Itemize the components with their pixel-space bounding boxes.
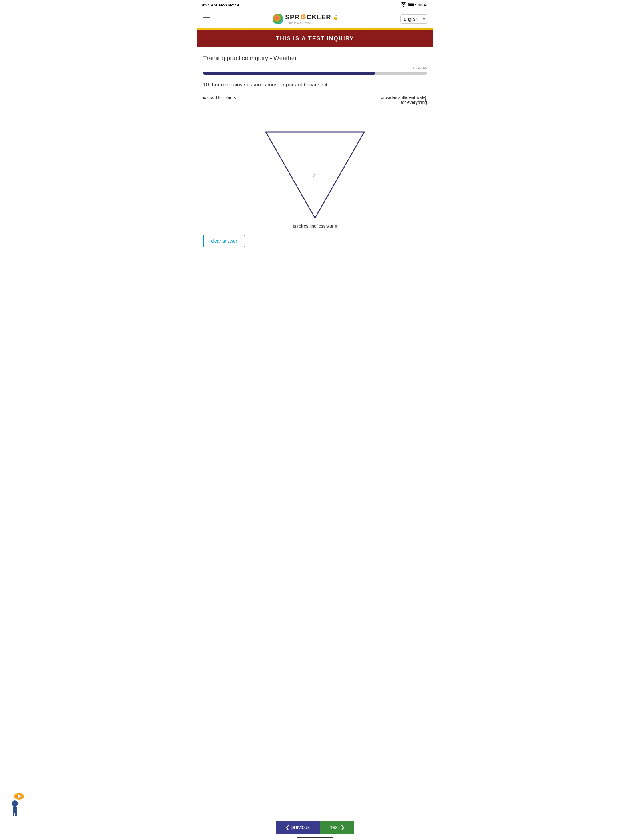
triangle-interactive[interactable]: ☞ [203,129,427,221]
progress-bar-background [203,72,427,75]
scroll-indicator [296,837,334,838]
date: Mon Nov 9 [219,3,239,7]
status-left: 8:34 AM Mon Nov 9 [202,3,239,7]
logo-text-group: SPR⚙CKLER 🔒 To tell you the truth... [285,13,339,25]
logo-name: SPR⚙CKLER [285,13,331,21]
prev-arrow-icon: ❮ [285,824,290,830]
inquiry-title-text: Training practice inquiry - Weather [203,55,427,62]
battery-percent: 100% [418,3,428,7]
label-bottom: is refreshing/less warm [203,224,427,229]
inquiry-title: THIS IS A TEST INQUIRY [276,35,354,41]
time: 8:34 AM [202,3,217,7]
lock-icon: 🔒 [333,15,339,20]
inquiry-banner: THIS IS A TEST INQUIRY [197,30,433,47]
clear-answer-button[interactable]: clear answer [203,235,245,247]
question-number: 10. [203,82,211,88]
svg-text:☞: ☞ [310,172,317,180]
triangle-labels: is good for plants provides sufficient w… [203,95,427,114]
next-button[interactable]: next ❯ [320,821,355,834]
svg-rect-1 [408,4,414,6]
progress-bar-fill [203,72,375,75]
progress-label: 76.923% [203,66,427,70]
main-content: Training practice inquiry - Weather 76.9… [197,47,433,261]
logo-icon [273,14,283,24]
question-body: For me, rainy season is most important b… [212,82,332,88]
battery-icon [408,2,416,8]
language-select[interactable]: English French Spanish German [400,14,428,24]
logo-area: SPR⚙CKLER 🔒 To tell you the truth... [273,13,339,25]
progress-container: 76.923% [203,66,427,75]
info-icon[interactable]: ℹ [424,95,427,103]
triangle-container[interactable]: is good for plants provides sufficient w… [203,95,427,229]
question-text: 10. For me, rainy season is most importa… [203,81,427,89]
navbar: SPR⚙CKLER 🔒 To tell you the truth... Eng… [197,10,433,28]
status-right: 100% [401,2,428,8]
previous-button[interactable]: ❮ previous [275,821,320,834]
next-label: next [329,825,339,830]
hamburger-menu[interactable] [202,16,211,22]
label-top-right: provides sufficient water for everything [378,95,427,105]
triangle-svg[interactable]: ☞ [263,129,367,221]
status-bar: 8:34 AM Mon Nov 9 100% [197,0,433,10]
next-arrow-icon: ❯ [340,824,345,830]
previous-label: previous [291,825,310,830]
label-top-left: is good for plants [203,95,246,100]
svg-rect-2 [415,4,416,5]
wifi-icon [401,2,406,8]
logo-tagline: To tell you the truth... [285,21,339,25]
